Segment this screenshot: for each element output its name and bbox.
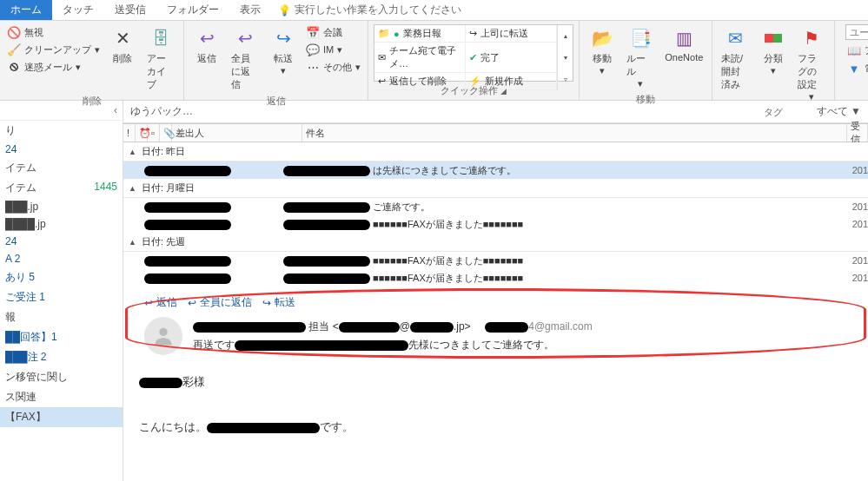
col-reminder[interactable]: ⏰: [136, 124, 148, 142]
col-attach[interactable]: 📎: [160, 124, 172, 142]
message-row[interactable]: は先様につきましてご連絡です。201: [123, 161, 868, 179]
more-button[interactable]: ⋯その他 ▾: [304, 59, 362, 75]
folder-item[interactable]: イテム1445: [0, 178, 123, 198]
folder-item[interactable]: A 2: [0, 250, 123, 267]
folder-item[interactable]: ████.jp: [0, 215, 123, 233]
tab-sendrecv[interactable]: 送受信: [104, 0, 156, 20]
forward-label: 転送: [274, 52, 293, 65]
im-button[interactable]: 💬IM ▾: [304, 42, 362, 57]
message-row[interactable]: ご連絡です。201: [123, 198, 868, 215]
redacted: [410, 322, 454, 333]
main-area: ‹ り 24イテムイテム1445███.jp████.jp 24A 2あり 5ご…: [0, 101, 868, 481]
col-received[interactable]: 受信: [847, 124, 868, 142]
quick-steps-gallery[interactable]: 📁●業務日報 ↪上司に転送 ✉チーム宛て電子メ… ✔完了 ↩返信して削除 ⚡新規…: [374, 24, 573, 82]
chevron-left-icon[interactable]: ‹: [114, 104, 117, 116]
tab-folder[interactable]: フォルダー: [156, 0, 229, 20]
rules-button[interactable]: 📑 ルール ▾: [623, 24, 659, 91]
message-list-header: ! ⏰ ▫ 📎 差出人 件名 受信: [123, 123, 868, 142]
folder-item[interactable]: ██回答】1: [0, 327, 123, 347]
ribbon: 🚫無視 🧹クリーンアップ ▾ 🛇迷惑メール ▾ ✕ 削除 🗄 アーカイブ 削除 …: [0, 21, 868, 101]
tab-home[interactable]: ホーム: [0, 0, 52, 20]
flag-label: フラグの設定: [798, 52, 825, 91]
addrbook-icon: 📖: [847, 43, 861, 57]
message-row[interactable]: ■■■■■■FAXが届きました■■■■■■■201: [123, 269, 868, 287]
archive-button[interactable]: 🗄 アーカイブ: [143, 24, 178, 93]
folder-item[interactable]: 24: [0, 141, 123, 158]
preview-reply-all[interactable]: ↩全員に返信: [188, 295, 252, 310]
addrbook-button[interactable]: 📖アドレス帳: [845, 43, 868, 58]
reply-button[interactable]: ↩ 返信: [189, 24, 224, 67]
body-line2: こんにちは。です。: [139, 416, 852, 438]
folder-item[interactable]: ご受注 1: [0, 287, 123, 307]
quick-daily[interactable]: 📁●業務日報: [374, 25, 466, 43]
folder-item[interactable]: 【FAX】: [0, 407, 123, 427]
people-search-input[interactable]: [845, 24, 868, 40]
dot-icon: ●: [394, 29, 400, 39]
quick-team[interactable]: ✉チーム宛て電子メ…: [374, 43, 466, 73]
tell-me[interactable]: 💡 実行したい作業を入力してください: [271, 0, 472, 20]
check-icon: ✔: [469, 52, 477, 63]
tell-me-label: 実行したい作業を入力してください: [295, 3, 461, 17]
ignore-button[interactable]: 🚫無視: [5, 24, 102, 40]
move-button[interactable]: 📂 移動 ▾: [585, 24, 620, 78]
onenote-button[interactable]: ▥ OneNote: [662, 24, 706, 64]
redacted: [139, 378, 182, 388]
forward-button[interactable]: ↪ 転送 ▾: [266, 24, 301, 78]
quick-gallery-scroll[interactable]: ▴▾▿: [557, 25, 573, 90]
folder-item[interactable]: ███.jp: [0, 198, 123, 215]
delete-button[interactable]: ✕ 削除: [105, 24, 140, 67]
message-row[interactable]: ■■■■■■FAXが届きました■■■■■■■201: [123, 215, 868, 233]
move-folder-icon: 📂: [590, 26, 614, 50]
meeting-icon: 📅: [306, 25, 320, 39]
meeting-button[interactable]: 📅会議: [304, 24, 362, 40]
tab-view[interactable]: 表示: [229, 0, 271, 20]
tab-touch[interactable]: タッチ: [52, 0, 104, 20]
message-list: ▲日付: 昨日 は先様につきましてご連絡です。201▲日付: 月曜日 ご連絡です…: [123, 142, 868, 287]
filter-button[interactable]: ▼電子メールのフィ…: [845, 61, 868, 76]
quick-done[interactable]: ✔完了: [466, 43, 557, 73]
col-from[interactable]: 差出人: [172, 124, 302, 142]
more-label: その他: [323, 61, 352, 74]
folder-item[interactable]: ███注 2: [0, 347, 123, 367]
filter-all[interactable]: すべて ▼: [817, 104, 861, 119]
forward-icon: ↪: [271, 26, 295, 50]
rules-icon: 📑: [628, 26, 653, 50]
cleanup-button[interactable]: 🧹クリーンアップ ▾: [5, 42, 102, 57]
quick-team-label: チーム宛て電子メ…: [389, 44, 461, 70]
folder-item[interactable]: 24: [0, 233, 123, 250]
reply-all-button[interactable]: ↩ 全員に返信: [228, 24, 262, 93]
categorize-button[interactable]: 分類 ▾: [756, 24, 791, 78]
preview-reply-all-label: 全員に返信: [200, 295, 252, 310]
unread-button[interactable]: ✉ 未読/開封済み: [718, 24, 752, 93]
message-group-header[interactable]: ▲日付: 昨日: [123, 142, 868, 161]
folder-item[interactable]: あり 5: [0, 267, 123, 287]
redacted: [283, 166, 370, 176]
junk-icon: 🛇: [7, 60, 21, 74]
col-importance[interactable]: !: [123, 124, 136, 142]
redacted: [283, 202, 370, 213]
preview-reply[interactable]: ↩返信: [144, 295, 177, 310]
reply-icon: ↩: [195, 26, 219, 50]
reply-all-icon: ↩: [188, 297, 196, 309]
folder-item[interactable]: ス関連: [0, 387, 123, 407]
folder-item[interactable]: 報: [0, 307, 123, 327]
folder-item[interactable]: イテム: [0, 158, 123, 178]
message-group-header[interactable]: ▲日付: 月曜日: [123, 179, 868, 198]
move-label: 移動: [593, 52, 612, 65]
col-subject[interactable]: 件名: [302, 124, 847, 142]
message-group-header[interactable]: ▲日付: 先週: [123, 233, 868, 252]
list-toolbar: ゆうパック… すべて ▼: [123, 101, 868, 123]
col-icon[interactable]: ▫: [148, 124, 160, 142]
im-icon: 💬: [306, 43, 320, 56]
folder-item[interactable]: り: [0, 121, 123, 141]
im-label: IM: [323, 44, 334, 55]
forward-icon: ↪: [469, 28, 477, 39]
group-label-quick: クイック操作 ◢: [374, 82, 573, 100]
folder-item[interactable]: ン移管に関し: [0, 367, 123, 387]
junk-button[interactable]: 🛇迷惑メール ▾: [5, 59, 102, 75]
message-row[interactable]: ■■■■■■FAXが届きました■■■■■■■201: [123, 252, 868, 269]
ignore-icon: 🚫: [7, 25, 21, 39]
preview-forward[interactable]: ↪転送: [262, 295, 295, 310]
quick-boss[interactable]: ↪上司に転送: [466, 25, 557, 43]
flag-button[interactable]: ⚑ フラグの設定 ▾: [794, 24, 829, 104]
